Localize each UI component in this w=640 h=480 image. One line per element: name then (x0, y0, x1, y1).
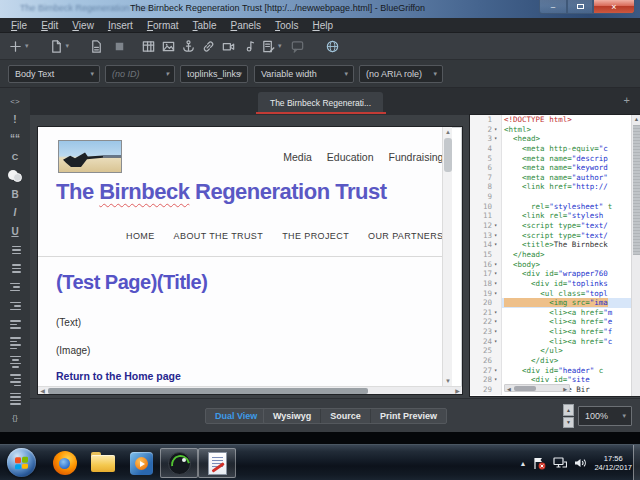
source-line[interactable]: 9 (470, 192, 640, 202)
dropdown-caret-icon[interactable]: ▾ (278, 42, 282, 50)
source-line[interactable]: 13▾ <script type="text/ (470, 231, 640, 241)
menu-edit[interactable]: Edit (34, 20, 65, 31)
source-line[interactable]: 21▾ <li><a href="m (470, 308, 640, 318)
remove-markup-icon[interactable]: ! (0, 111, 30, 130)
editor-icon[interactable] (198, 448, 236, 478)
menu-panels[interactable]: Panels (223, 20, 268, 31)
source-panel[interactable]: 1<!DOCTYPE html>2▾<html>3▾ <head>4 <meta… (470, 115, 640, 396)
bluegriffon-icon[interactable] (160, 448, 198, 478)
scroll-down-icon[interactable]: ▼ (443, 376, 452, 386)
insert-anchor-icon[interactable] (181, 36, 196, 56)
scroll-left-icon[interactable]: ◀ (38, 387, 47, 395)
source-line[interactable]: 12▾ <script type="text/ (470, 221, 640, 231)
element-id-dropdown[interactable]: (no ID) ▾ (105, 65, 175, 83)
close-button[interactable]: × (593, 0, 635, 14)
fold-arrow-icon[interactable]: ▾ (494, 279, 502, 289)
source-code-text[interactable]: <meta http-equiv="c (502, 144, 640, 154)
source-code-text[interactable]: rel="stylesheet" t (502, 202, 640, 212)
start-button[interactable] (7, 448, 36, 477)
source-code-text[interactable]: <img src="ima (502, 298, 640, 308)
ordered-list-icon[interactable] (0, 241, 30, 260)
menu-insert[interactable]: Insert (101, 20, 140, 31)
menu-tools[interactable]: Tools (268, 20, 305, 31)
page-heading[interactable]: (Test Page)(Title) (56, 271, 207, 294)
scroll-up-icon[interactable]: ▲ (632, 115, 640, 124)
stop-icon[interactable] (112, 36, 127, 56)
source-code-text[interactable]: <!DOCTYPE html> (502, 115, 640, 125)
insert-table-icon[interactable] (141, 36, 156, 56)
scroll-left-icon[interactable]: ◀ (507, 385, 511, 393)
main-nav-link-home[interactable]: HOME (126, 231, 155, 241)
source-code-text[interactable]: <link rel="stylesh (502, 211, 640, 221)
source-line[interactable]: 1<!DOCTYPE html> (470, 115, 640, 125)
fold-arrow-icon[interactable]: ▾ (494, 231, 502, 241)
source-code-text[interactable]: </head> (502, 250, 640, 260)
source-code-text[interactable]: <li><a href="f (502, 327, 640, 337)
top-nav-link-fundraising[interactable]: Fundraising (389, 151, 444, 163)
align-justify-icon[interactable] (0, 390, 30, 409)
show-hidden-icons-button[interactable]: ▲ (520, 460, 527, 467)
dropdown-caret-icon[interactable]: ▾ (66, 42, 70, 50)
align-center-icon[interactable] (0, 352, 30, 371)
browser-preview-icon[interactable] (325, 36, 340, 56)
source-view-icon[interactable]: <> (0, 92, 30, 111)
top-nav-link-education[interactable]: Education (327, 151, 374, 163)
action-center-icon[interactable] (533, 457, 546, 470)
source-line[interactable]: 11 <link rel="stylesh (470, 211, 640, 221)
source-line[interactable]: 23▾ <li><a href="f (470, 327, 640, 337)
wysiwyg-button[interactable]: Wysiwyg (264, 409, 321, 423)
source-line[interactable]: 8 <link href="http:// (470, 182, 640, 192)
firefox-icon[interactable] (46, 448, 84, 478)
source-code-text[interactable]: <meta name="descrip (502, 154, 640, 164)
source-line[interactable]: 22▾ <li><a href="e (470, 317, 640, 327)
page-vertical-scrollbar[interactable]: ▲ ▼ (442, 127, 452, 386)
fold-arrow-icon[interactable]: ▾ (494, 317, 502, 327)
source-code-text[interactable]: <li><a href="e (502, 317, 640, 327)
fold-arrow-icon[interactable]: ▾ (494, 366, 502, 376)
bold-icon[interactable]: B (0, 185, 30, 204)
source-code-text[interactable]: <script type="text/ (502, 231, 640, 241)
page-horizontal-scrollbar[interactable]: ◀ ▶ (38, 386, 462, 394)
menu-format[interactable]: Format (140, 20, 186, 31)
source-line[interactable]: 27▾ <div id="header" c (470, 366, 640, 376)
source-line[interactable]: 5 <meta name="descrip (470, 154, 640, 164)
fold-arrow-icon[interactable]: ▾ (494, 337, 502, 347)
fold-arrow-icon[interactable]: ▾ (494, 134, 502, 144)
source-code-text[interactable]: <div id="wrapper760 (502, 269, 640, 279)
source-line[interactable]: 15 </head> (470, 250, 640, 260)
new-tab-button[interactable]: + (624, 94, 630, 106)
source-code-text[interactable]: <script type="text/ (502, 221, 640, 231)
source-code-text[interactable]: <title>The Birnbeck (502, 240, 640, 250)
source-code-text[interactable]: <meta name="keyword (502, 163, 640, 173)
main-nav-link-the-project[interactable]: THE PROJECT (282, 231, 349, 241)
image-placeholder[interactable]: (Image) (56, 345, 90, 356)
scrollbar-thumb[interactable] (444, 138, 452, 172)
source-line[interactable]: 24▾ <li><a href="c (470, 337, 640, 347)
explorer-icon[interactable] (84, 448, 122, 478)
main-nav-link-our-partners[interactable]: OUR PARTNERS (368, 231, 443, 241)
site-logo-image[interactable] (58, 140, 122, 173)
code-icon[interactable]: C (0, 148, 30, 167)
source-line[interactable]: 10 rel="stylesheet" t (470, 202, 640, 212)
source-code-text[interactable] (502, 192, 640, 202)
top-nav-link-media[interactable]: Media (283, 151, 312, 163)
menu-help[interactable]: Help (305, 20, 340, 31)
source-code-text[interactable]: <ul class="topl (502, 289, 640, 299)
source-horizontal-scrollbar[interactable]: ◀ ▶ (504, 384, 570, 392)
source-line[interactable]: 14▾ <title>The Birnbeck (470, 240, 640, 250)
maximize-button[interactable] (567, 0, 593, 14)
insert-video-icon[interactable] (221, 36, 236, 56)
tab-birnbeck[interactable]: The Birnbeck Regenerati... (258, 92, 383, 113)
open-document-icon[interactable]: ▾ (49, 36, 70, 56)
source-line[interactable]: 7 <meta name="author" (470, 173, 640, 183)
underline-icon[interactable]: U (0, 222, 30, 241)
definition-list-icon[interactable] (0, 278, 30, 297)
network-icon[interactable] (553, 457, 567, 469)
css-properties-icon[interactable]: {} (0, 408, 30, 427)
scrollbar-thumb[interactable] (633, 125, 640, 255)
zoom-decrease-button[interactable]: ▼ (563, 417, 574, 429)
source-code-text[interactable]: <body> (502, 260, 640, 270)
titlebar[interactable]: The Birnbeck Regeneration Trust The Birn… (0, 0, 640, 18)
insert-link-icon[interactable] (201, 36, 216, 56)
scroll-right-icon[interactable]: ▶ (563, 385, 567, 393)
